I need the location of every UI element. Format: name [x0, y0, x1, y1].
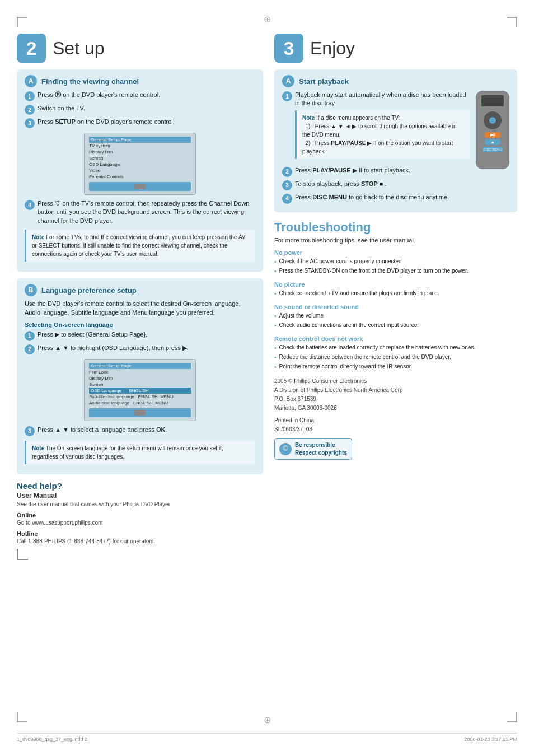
copyright-line-4: Marietta, GA 30006-0026 — [274, 404, 517, 413]
troubleshooting-title: Troubleshooting — [274, 220, 517, 235]
trouble-remote-text-1: Check the batteries are loaded correctly… — [279, 344, 476, 352]
remote-btn-row-2: ■ — [485, 139, 500, 145]
trouble-no-power-item-2: • Press the STANDBY-ON on the front of t… — [274, 267, 517, 276]
lang-step-3-num: 3 — [25, 426, 35, 436]
corner-mark-bl — [17, 712, 27, 722]
corner-mark-tl — [17, 17, 27, 27]
remote-center-btn — [489, 117, 496, 124]
need-help-section: Need help? User Manual See the user manu… — [17, 481, 263, 545]
copyright-badge: © Be responsible Respect copyrights — [274, 438, 352, 460]
panel-a-title: Finding the viewing channel — [41, 77, 139, 86]
need-help-title: Need help? — [17, 481, 263, 491]
trouble-no-sound-text-1: Adjust the volume — [279, 312, 324, 320]
panel-b-setup: B Language preference setup Use the DVD … — [17, 278, 263, 474]
play-step-2-text: Press PLAY/PAUSE ▶ II to start playback. — [295, 166, 470, 175]
trouble-no-power-header: No power — [274, 249, 517, 256]
lang-step-2-text: Press ▲ ▼ to highlight (OSD Language), t… — [38, 344, 255, 352]
trouble-no-picture-header: No picture — [274, 281, 517, 288]
troubleshooting-section: Troubleshooting For more troubleshooting… — [274, 220, 517, 371]
trouble-remote-item-3: • Point the remote control directly towa… — [274, 363, 517, 371]
badge-line-1: Be responsible — [295, 442, 335, 448]
trouble-remote: Remote control does not work • Check the… — [274, 335, 517, 371]
section3-number: 3 — [274, 34, 303, 63]
troubleshooting-subtitle: For more troubleshooting tips, see the u… — [274, 237, 517, 244]
play-step-1-num: 1 — [282, 91, 292, 101]
play-step-4-num: 4 — [282, 194, 292, 204]
play-step-3-text: To stop playback, press STOP ■ . — [295, 180, 509, 188]
screen2-row-6: Audio disc language ENGLISH_MENU — [89, 400, 191, 406]
bullet-3: • — [274, 290, 277, 298]
remote-btn-menu: DISC MENU — [483, 147, 503, 152]
panel-b-letter: B — [25, 284, 37, 296]
step-3-text: Press SETUP on the DVD player's remote c… — [38, 118, 255, 126]
trouble-no-sound-header: No sound or distorted sound — [274, 304, 517, 310]
footer-left: 1_dvd9960_qsg_37_eng.indd 2 — [17, 736, 87, 742]
note-disc-menu: Note If a disc menu appears on the TV: 1… — [295, 110, 470, 159]
screen-row-5: Video — [89, 167, 191, 174]
footer-right: 2006-01-23 3:17:11 PM — [464, 736, 517, 742]
trouble-no-picture: No picture • Check connection to TV and … — [274, 281, 517, 298]
hotline-text: Call 1-888-PHILIPS (1-888-744-5477) for … — [17, 538, 263, 545]
lang-step-2-num: 2 — [25, 344, 35, 354]
trouble-no-power-text-1: Check if the AC power cord is properly c… — [279, 258, 404, 265]
trouble-remote-item-2: • Reduce the distance between the remote… — [274, 353, 517, 362]
remote-btn-row-3: DISC MENU — [483, 147, 503, 152]
online-label: Online — [17, 512, 263, 519]
trouble-no-power: No power • Check if the AC power cord is… — [274, 249, 517, 276]
screen2-row-5: Sub-title disc language ENGLISH_MENU — [89, 394, 191, 400]
section2-header: 2 Set up — [17, 34, 263, 63]
note-language: Note The On-screen language for the setu… — [25, 441, 255, 464]
step-2: 2 Switch on the TV. — [25, 104, 255, 115]
trouble-remote-text-3: Point the remote control directly toward… — [279, 363, 413, 371]
bracket-bottom-left — [17, 549, 28, 560]
panel-a-enjoy-header: A Start playback — [282, 75, 509, 87]
trouble-remote-text-2: Reduce the distance between the remote c… — [279, 353, 451, 361]
note-label-2: Note — [32, 445, 44, 451]
copyright-line-6: Printed in China — [274, 416, 517, 425]
bullet-8: • — [274, 363, 277, 371]
subsection-onscreen: Selecting On-screen language — [25, 321, 255, 328]
remote-btn-play: ▶II — [485, 132, 500, 138]
copyright-line-3: P.O. Box 671539 — [274, 395, 517, 404]
trouble-no-sound-item-1: • Adjust the volume — [274, 312, 517, 320]
bullet-5: • — [274, 322, 277, 330]
screen-row-2: Display Dim — [89, 149, 191, 155]
note-label-3: Note — [302, 115, 315, 121]
badge-line-2: Respect copyrights — [295, 450, 347, 456]
bullet-7: • — [274, 354, 277, 362]
screen2-row-3: Screen — [89, 381, 191, 388]
trouble-no-sound-text-2: Check audio connections are in the corre… — [279, 321, 419, 329]
panel-a-setup: A Finding the viewing channel 1 Press Ⓑ … — [17, 69, 263, 272]
play-step-2: 2 Press PLAY/PAUSE ▶ II to start playbac… — [282, 166, 470, 177]
panel-b-title: Language preference setup — [41, 286, 137, 295]
remote-body: ▶II ■ DISC MENU — [476, 91, 509, 169]
remote-nav-pad — [484, 111, 502, 129]
corner-mark-tr — [507, 17, 517, 27]
bullet-2: • — [274, 268, 277, 276]
copyright-circle-icon: © — [279, 443, 292, 455]
panel-a-enjoy-title: Start playback — [299, 77, 349, 86]
step-1-num: 1 — [25, 91, 35, 101]
hotline-label: Hotline — [17, 530, 263, 537]
trouble-remote-header: Remote control does not work — [274, 335, 517, 342]
step-3-num: 3 — [25, 118, 35, 128]
trouble-remote-item-1: • Check the batteries are loaded correct… — [274, 344, 517, 352]
copyright-line-1: 2005 © Philips Consumer Electronics — [274, 377, 517, 386]
lang-step-3-text: Press ▲ ▼ to select a language and press… — [38, 426, 255, 434]
play-step-3: 3 To stop playback, press STOP ■ . — [282, 180, 509, 190]
copyright-badge-text: Be responsible Respect copyrights — [295, 441, 347, 457]
section2-number: 2 — [17, 34, 46, 63]
step-3: 3 Press SETUP on the DVD player's remote… — [25, 118, 255, 128]
trouble-no-power-text-2: Press the STANDBY-ON on the front of the… — [279, 267, 469, 275]
remote-btn-stop: ■ — [485, 139, 500, 145]
screen-btn-2 — [134, 410, 146, 416]
bullet-4: • — [274, 312, 277, 320]
right-column: 3 Enjoy A Start playback — [274, 34, 517, 739]
lang-step-3: 3 Press ▲ ▼ to select a language and pre… — [25, 426, 255, 436]
play-step-4-text: Press DISC MENU to go back to the disc m… — [295, 193, 509, 202]
screen2-row-header: General Setup Page — [89, 363, 191, 369]
trouble-no-sound: No sound or distorted sound • Adjust the… — [274, 304, 517, 330]
screen-row-6: Parental Controls — [89, 174, 191, 180]
note-label-1: Note — [32, 234, 44, 240]
screen-footer-2 — [89, 408, 191, 417]
